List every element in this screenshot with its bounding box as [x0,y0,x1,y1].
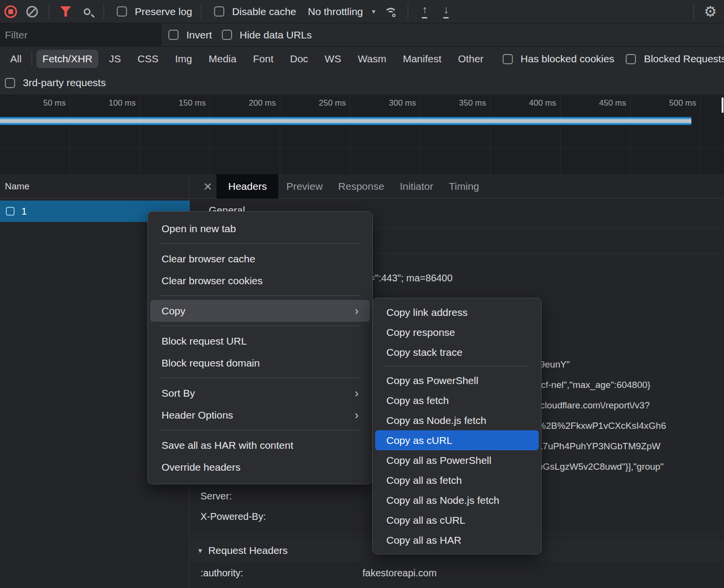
details-tab[interactable]: Timing [441,174,487,199]
toolbar-divider [49,4,49,19]
request-type-filter-row: All Fetch/XHR JS CSS Img [0,47,724,71]
request-type-filter[interactable]: Other [452,50,489,68]
request-row-label: 1 [21,206,27,217]
details-tab[interactable]: Response [330,174,392,199]
submenu-item[interactable]: Copy all as cURL [373,510,541,530]
hide-data-urls-label: Hide data URLs [240,29,312,41]
settings-gear-icon: ⚙ [704,4,717,19]
scrollbar-thumb[interactable] [722,97,724,113]
filter-input[interactable]: Filter [0,23,162,47]
has-blocked-cookies-checkbox[interactable] [503,54,513,64]
details-tab[interactable]: Headers [217,174,278,199]
details-tab[interactable]: Initiator [392,174,441,199]
triangle-down-icon: ▼ [197,547,203,554]
header-value-fragment: %2B%2FkxwP1vCXcKsI4xGh6 [538,421,666,431]
header-value-fragment: L7uPh4PuhYP3NGbTM9ZpW [538,441,660,452]
search-button[interactable] [76,1,98,22]
submenu-item[interactable]: Copy link address [373,302,541,322]
timeline-tick: 300 ms [350,94,420,174]
network-overview-bar[interactable] [0,117,691,125]
context-menu-item[interactable]: Header Options › [148,404,372,426]
submenu-item[interactable]: Copy stack trace [373,342,541,362]
close-x-icon: × [203,178,212,194]
menu-divider [384,366,529,367]
chevron-down-icon[interactable]: ▼ [371,8,377,15]
export-har-button[interactable]: ↓ [435,1,457,22]
request-type-filter[interactable]: Fetch/XHR [36,50,98,68]
filter-row: Filter Invert Hide data URLs [0,23,724,47]
settings-button[interactable]: ⚙ [700,1,721,22]
submenu-item[interactable]: Copy all as Node.js fetch [373,490,541,510]
record-icon [4,5,17,18]
request-type-filter[interactable]: Img [169,50,198,68]
invert-checkbox[interactable] [168,30,179,40]
overview-divider [0,148,724,148]
request-type-filter[interactable]: Font [247,50,279,68]
context-menu-item[interactable]: Block request URL [148,330,372,352]
record-button[interactable] [0,1,21,22]
timeline-tick: 150 ms [140,94,210,174]
close-details-button[interactable]: × [199,174,217,199]
toolbar-divider [408,4,408,19]
details-tab-bar: × Headers Preview Response Initiator Tim… [190,174,724,199]
request-row-checkbox[interactable] [6,207,15,216]
chevron-right-icon: › [355,409,359,421]
timeline-tick: 450 ms [561,94,631,174]
menu-divider [160,295,361,296]
clear-button[interactable] [21,1,43,22]
submenu-item[interactable]: Copy as PowerShell [373,370,541,390]
submenu-item[interactable]: Copy all as HAR [373,530,541,550]
timeline-tick: 100 ms [70,94,140,174]
request-type-filter[interactable]: All [4,50,27,68]
disable-cache-checkbox[interactable] [214,6,224,17]
search-icon [84,8,90,15]
timeline-tick: 250 ms [280,94,350,174]
request-type-filter[interactable]: Manifest [397,50,447,68]
request-type-filter[interactable]: JS [103,50,127,68]
has-blocked-cookies-label: Has blocked cookies [521,53,615,65]
third-party-requests-checkbox[interactable] [5,78,15,88]
name-column-header[interactable]: Name [0,174,189,199]
copy-submenu: Copy link address Copy response Copy sta… [372,298,542,554]
network-conditions-button[interactable] [380,1,402,22]
timeline-tick: 200 ms [210,94,280,174]
context-menu-item[interactable]: Clear browser cookies [148,270,372,292]
submenu-item[interactable]: Copy all as PowerShell [373,450,541,470]
menu-divider [160,378,361,378]
request-type-filter[interactable]: Doc [284,50,314,68]
details-tab[interactable]: Preview [278,174,330,199]
timeline-tick: 500 ms [631,94,701,174]
blocked-requests-checkbox[interactable] [626,54,636,64]
request-type-filter[interactable]: WS [319,50,347,68]
header-value-fragment: .cloudflare.com\/report\/v3? [538,400,650,411]
submenu-item[interactable]: Copy all as fetch [373,470,541,490]
submenu-item[interactable]: Copy as fetch [373,390,541,410]
context-menu-item[interactable]: Sort By › [148,382,372,404]
preserve-log-checkbox[interactable] [117,6,127,17]
authority-header-key: :authority: [200,568,243,579]
response-header-key: Server: [200,491,232,502]
context-menu-item[interactable]: Open in new tab [148,218,372,239]
alt-svc-value-tail: 3=":443"; ma=86400 [364,273,452,284]
context-menu-item[interactable]: Copy › [150,300,370,322]
submenu-item[interactable]: Copy response [373,322,541,342]
network-toolbar: Preserve log Disable cache No throttling… [0,0,724,23]
header-value-fragment: "cf-nel","max_age":604800} [538,380,651,390]
request-type-filter[interactable]: CSS [132,50,164,68]
submenu-item[interactable]: Copy as Node.js fetch [373,410,541,430]
request-type-filter[interactable]: Wasm [352,50,392,68]
context-menu-item[interactable]: Override headers [148,456,372,478]
context-menu-item[interactable]: Clear browser cache [148,248,372,270]
submenu-item[interactable]: Copy as cURL [375,430,539,450]
context-menu-item[interactable]: Block request domain [148,352,372,374]
import-har-button[interactable]: ↑ [414,1,435,22]
network-conditions-icon [384,6,398,17]
throttling-select[interactable]: No throttling [308,6,363,18]
context-menu-item[interactable]: Save all as HAR with content [148,434,372,456]
menu-divider [160,430,361,430]
request-type-filter[interactable]: Media [203,50,242,68]
hide-data-urls-checkbox[interactable] [222,30,232,40]
menu-divider [160,326,361,326]
filter-toggle-button[interactable] [55,1,76,22]
context-menu: Open in new tab Clear browser cache Clea… [147,211,373,484]
